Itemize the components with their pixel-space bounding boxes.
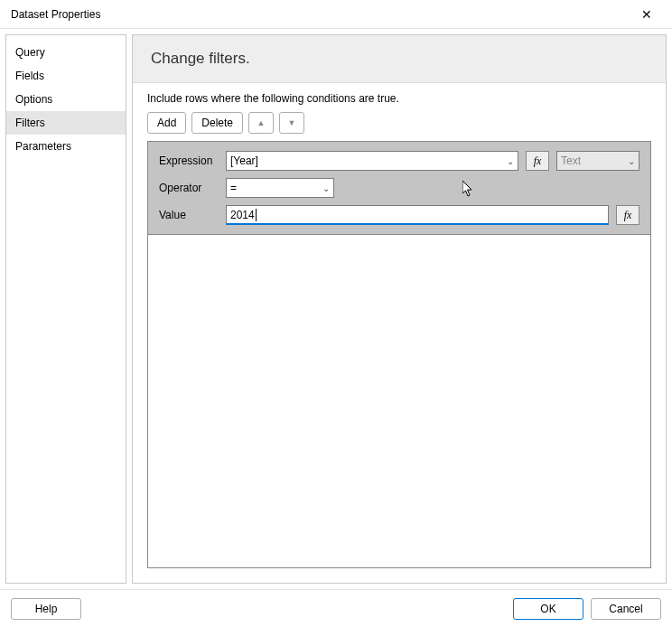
- cancel-button[interactable]: Cancel: [591, 598, 661, 620]
- sidebar-item-options[interactable]: Options: [6, 88, 126, 111]
- expression-combo[interactable]: [Year] ⌄: [226, 151, 518, 171]
- delete-button[interactable]: Delete: [191, 112, 243, 134]
- move-down-button[interactable]: ▼: [279, 112, 304, 134]
- type-combo[interactable]: Text ⌄: [556, 151, 639, 171]
- chevron-down-icon: ⌄: [507, 156, 514, 166]
- sidebar-item-filters[interactable]: Filters: [6, 111, 126, 135]
- add-button[interactable]: Add: [147, 112, 186, 134]
- close-button[interactable]: ✕: [629, 2, 665, 27]
- arrow-down-icon: ▼: [288, 118, 296, 127]
- operator-combo[interactable]: = ⌄: [226, 178, 334, 198]
- value-label: Value: [159, 209, 219, 221]
- sidebar-item-parameters[interactable]: Parameters: [6, 135, 126, 158]
- value-text: 2014: [230, 209, 255, 221]
- title-bar: Dataset Properties ✕: [0, 0, 672, 29]
- expression-row: Expression [Year] ⌄ fx Text ⌄: [159, 151, 639, 171]
- help-button[interactable]: Help: [11, 598, 81, 620]
- panel-instruction: Include rows where the following conditi…: [147, 92, 651, 105]
- main-panel: Change filters. Include rows where the f…: [132, 34, 667, 584]
- value-input[interactable]: 2014: [226, 205, 609, 225]
- dialog-footer: Help OK Cancel: [0, 589, 672, 627]
- panel-heading: Change filters.: [133, 35, 666, 83]
- ok-button[interactable]: OK: [513, 598, 583, 620]
- type-value: Text: [561, 154, 581, 167]
- expression-fx-button[interactable]: fx: [526, 151, 549, 171]
- text-caret: [256, 209, 257, 221]
- move-up-button[interactable]: ▲: [248, 112, 274, 134]
- sidebar-item-fields[interactable]: Fields: [6, 64, 126, 88]
- operator-value: =: [230, 182, 237, 194]
- dialog-content: Query Fields Options Filters Parameters …: [0, 29, 672, 589]
- sidebar-item-query[interactable]: Query: [6, 41, 126, 64]
- expression-label: Expression: [159, 154, 219, 167]
- value-fx-button[interactable]: fx: [616, 205, 639, 225]
- operator-label: Operator: [159, 182, 219, 194]
- chevron-down-icon: ⌄: [628, 156, 635, 166]
- filter-editor: Expression [Year] ⌄ fx Text ⌄ Operator =: [147, 141, 651, 235]
- operator-row: Operator = ⌄: [159, 178, 639, 198]
- close-icon: ✕: [641, 7, 652, 22]
- expression-value: [Year]: [230, 154, 258, 167]
- value-row: Value 2014 fx: [159, 205, 639, 225]
- chevron-down-icon: ⌄: [322, 183, 330, 193]
- panel-body: Include rows where the following conditi…: [133, 83, 666, 583]
- arrow-up-icon: ▲: [257, 118, 266, 127]
- window-title: Dataset Properties: [11, 8, 100, 21]
- category-sidebar: Query Fields Options Filters Parameters: [5, 34, 126, 584]
- filter-list-area: [147, 235, 651, 568]
- filter-button-row: Add Delete ▲ ▼: [147, 112, 651, 134]
